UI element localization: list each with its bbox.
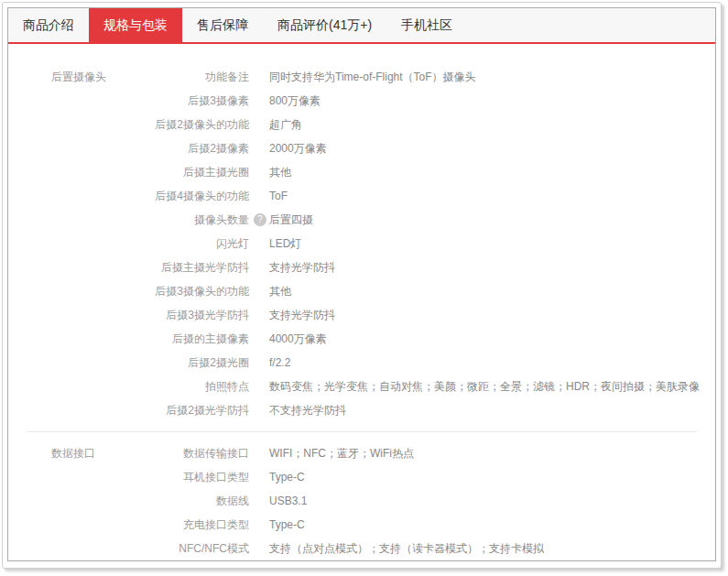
spec-row: 后摄2摄光圈f/2.2 bbox=[51, 351, 697, 375]
spec-row: 后摄2摄光学防抖不支持光学防抖 bbox=[51, 398, 697, 422]
spec-row: 后摄3摄像头的功能其他 bbox=[51, 279, 697, 303]
spec-label: 闪光灯 bbox=[138, 232, 249, 255]
spec-value: 支持（点对点模式）；支持（读卡器模式）；支持卡模拟 bbox=[269, 537, 544, 560]
spec-label-text: 后摄3摄像素 bbox=[188, 94, 249, 107]
spec-label-text: 后摄2摄光学防抖 bbox=[166, 404, 249, 417]
spec-value: Type-C bbox=[269, 513, 305, 537]
tab-specs-packaging[interactable]: 规格与包装 bbox=[89, 8, 182, 42]
spec-label-text: 耳机接口类型 bbox=[183, 471, 249, 484]
spec-label-text: 后摄的主摄像素 bbox=[172, 332, 249, 345]
spec-group-label: 数据接口 bbox=[51, 441, 138, 465]
spec-row: 后摄2摄像头的功能超广角 bbox=[51, 113, 697, 136]
spec-value: 800万像素 bbox=[269, 89, 321, 113]
spec-value: USB3.1 bbox=[269, 489, 307, 513]
spec-content: 后置摄像头功能备注同时支持华为Time-of-Flight（ToF）摄像头后摄3… bbox=[8, 44, 715, 560]
help-icon[interactable]: ? bbox=[254, 213, 266, 226]
spec-row: 后摄2摄像素2000万像素 bbox=[51, 136, 697, 160]
spec-label: 拍照特点 bbox=[138, 375, 249, 398]
spec-label: 后摄2摄光学防抖 bbox=[138, 398, 249, 422]
spec-label: NFC/NFC模式 bbox=[138, 537, 249, 560]
spec-row: NFC/NFC模式支持（点对点模式）；支持（读卡器模式）；支持卡模拟 bbox=[51, 537, 697, 560]
spec-row: 后摄的主摄像素4000万像素 bbox=[51, 327, 697, 351]
spec-label-text: 数据线 bbox=[216, 494, 249, 507]
tab-community[interactable]: 手机社区 bbox=[386, 8, 467, 42]
spec-value: 4000万像素 bbox=[269, 327, 327, 351]
spec-row: 后摄3摄像素800万像素 bbox=[51, 89, 697, 113]
spec-label: 后摄2摄光圈 bbox=[138, 351, 249, 375]
spec-label-text: 后摄主摄光圈 bbox=[183, 166, 249, 179]
spec-row: 闪光灯LED灯 bbox=[51, 232, 697, 255]
spec-label: 充电接口类型 bbox=[138, 513, 249, 537]
spec-label-text: NFC/NFC模式 bbox=[179, 542, 249, 555]
spec-label: 后摄3摄像素 bbox=[138, 89, 249, 113]
spec-value: 其他 bbox=[269, 160, 291, 184]
spec-row: 耳机接口类型Type-C bbox=[51, 465, 697, 489]
spec-label-text: 后摄3摄像头的功能 bbox=[155, 285, 249, 298]
spec-label-text: 拍照特点 bbox=[205, 380, 249, 393]
spec-row: 拍照特点数码变焦；光学变焦；自动对焦；美颜；微距；全景；滤镜；HDR；夜间拍摄；… bbox=[51, 375, 697, 398]
spec-label-text: 充电接口类型 bbox=[183, 518, 249, 531]
spec-label: 后摄3摄光学防抖 bbox=[138, 303, 249, 327]
tab-after-sales[interactable]: 售后保障 bbox=[182, 8, 263, 42]
spec-row: 后置摄像头功能备注同时支持华为Time-of-Flight（ToF）摄像头 bbox=[51, 65, 697, 89]
spec-value: LED灯 bbox=[269, 232, 301, 255]
spec-value: 不支持光学防抖 bbox=[269, 398, 346, 422]
spec-label-text: 闪光灯 bbox=[216, 237, 249, 250]
spec-label: 后摄2摄像素 bbox=[138, 136, 249, 160]
spec-row: 后摄主摄光学防抖支持光学防抖 bbox=[51, 255, 697, 279]
spec-value: ToF bbox=[269, 184, 288, 208]
spec-value: f/2.2 bbox=[269, 351, 290, 375]
spec-label-text: 后摄2摄像头的功能 bbox=[155, 118, 249, 131]
spec-row: 后摄3摄光学防抖支持光学防抖 bbox=[51, 303, 697, 327]
spec-row: 后摄主摄光圈其他 bbox=[51, 160, 697, 184]
tab-reviews[interactable]: 商品评价(41万+) bbox=[263, 8, 386, 42]
spec-value: Type-C bbox=[269, 465, 305, 489]
spec-label-text: 后摄4摄像头的功能 bbox=[155, 190, 249, 202]
spec-row: 数据线USB3.1 bbox=[51, 489, 697, 513]
window-frame: 商品介绍规格与包装售后保障商品评价(41万+)手机社区 后置摄像头功能备注同时支… bbox=[2, 2, 722, 569]
spec-value: 支持光学防抖 bbox=[269, 255, 335, 279]
spec-label: 数据线 bbox=[138, 489, 249, 513]
section-divider bbox=[27, 431, 697, 432]
spec-label-text: 摄像头数量 bbox=[194, 213, 249, 226]
spec-label-text: 后摄3摄光学防抖 bbox=[166, 309, 249, 321]
tab-product-intro[interactable]: 商品介绍 bbox=[8, 8, 89, 42]
spec-label: 功能备注 bbox=[138, 65, 249, 89]
spec-value: 同时支持华为Time-of-Flight（ToF）摄像头 bbox=[269, 65, 476, 89]
detail-tab-bar: 商品介绍规格与包装售后保障商品评价(41万+)手机社区 bbox=[8, 8, 715, 44]
spec-value: 后置四摄 bbox=[269, 208, 313, 232]
spec-label: 摄像头数量? bbox=[138, 208, 249, 232]
spec-row: 充电接口类型Type-C bbox=[51, 513, 697, 537]
spec-value: 其他 bbox=[269, 279, 291, 303]
spec-label: 数据传输接口 bbox=[138, 441, 249, 465]
spec-row: 数据接口数据传输接口WIFI；NFC；蓝牙；WiFi热点 bbox=[51, 441, 697, 465]
spec-row: 摄像头数量?后置四摄 bbox=[51, 208, 697, 232]
spec-label: 后摄3摄像头的功能 bbox=[138, 279, 249, 303]
spec-value: 支持光学防抖 bbox=[269, 303, 335, 327]
spec-row: 后摄4摄像头的功能ToF bbox=[51, 184, 697, 208]
spec-label: 耳机接口类型 bbox=[138, 465, 249, 489]
spec-label-text: 功能备注 bbox=[205, 71, 249, 83]
spec-group-label: 后置摄像头 bbox=[51, 65, 138, 89]
spec-value: 数码变焦；光学变焦；自动对焦；美颜；微距；全景；滤镜；HDR；夜间拍摄；美肤录像 bbox=[269, 375, 700, 398]
spec-label: 后摄的主摄像素 bbox=[138, 327, 249, 351]
spec-label: 后摄主摄光圈 bbox=[138, 160, 249, 184]
spec-value: 2000万像素 bbox=[269, 136, 327, 160]
spec-label: 后摄4摄像头的功能 bbox=[138, 184, 249, 208]
spec-label-text: 后摄主摄光学防抖 bbox=[161, 261, 249, 274]
spec-label: 后摄2摄像头的功能 bbox=[138, 113, 249, 136]
spec-value: WIFI；NFC；蓝牙；WiFi热点 bbox=[269, 441, 414, 465]
spec-label-text: 后摄2摄光圈 bbox=[188, 356, 249, 369]
spec-label-text: 后摄2摄像素 bbox=[188, 142, 249, 155]
product-detail-panel: 商品介绍规格与包装售后保障商品评价(41万+)手机社区 后置摄像头功能备注同时支… bbox=[7, 7, 716, 561]
spec-value: 超广角 bbox=[269, 113, 302, 136]
spec-label-text: 数据传输接口 bbox=[183, 447, 249, 460]
spec-label: 后摄主摄光学防抖 bbox=[138, 255, 249, 279]
